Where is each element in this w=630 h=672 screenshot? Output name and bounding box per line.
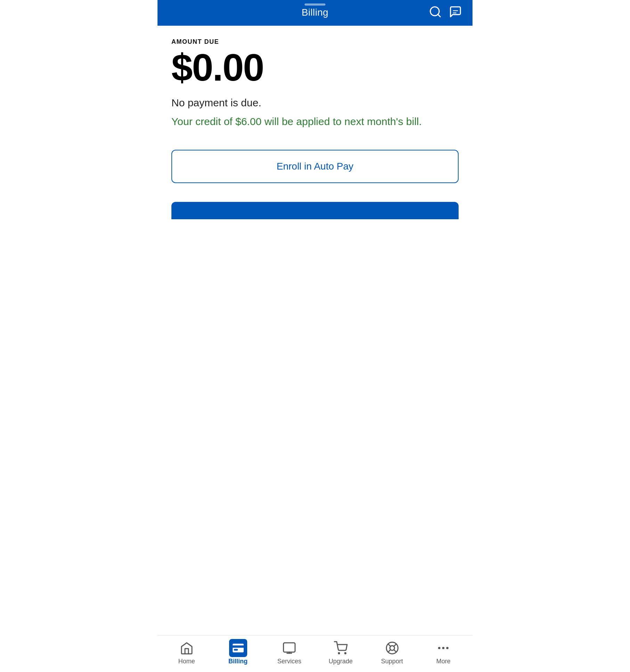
- no-payment-text: No payment is due.: [171, 97, 459, 109]
- header: Billing: [158, 0, 472, 26]
- svg-line-1: [438, 14, 440, 17]
- amount-due-label: AMOUNT DUE: [171, 38, 459, 46]
- chat-icon[interactable]: [449, 5, 462, 20]
- drag-indicator: [305, 3, 325, 6]
- credit-text: Your credit of $6.00 will be applied to …: [171, 114, 459, 129]
- page-title: Billing: [302, 7, 329, 18]
- header-icons: [429, 5, 462, 20]
- main-content: AMOUNT DUE $0.00 No payment is due. Your…: [158, 26, 472, 202]
- amount-value: $0.00: [171, 48, 459, 87]
- enroll-autopay-button[interactable]: Enroll in Auto Pay: [171, 150, 459, 183]
- search-icon[interactable]: [429, 5, 442, 20]
- blue-button-peek: [171, 202, 459, 219]
